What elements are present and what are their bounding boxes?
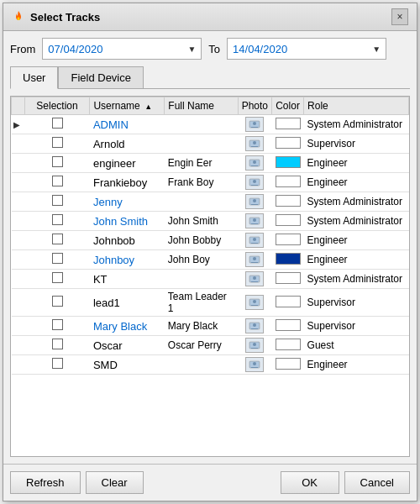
from-date-picker[interactable]: 07/04/2020 ▼ <box>42 38 202 60</box>
row-arrow-cell <box>12 134 25 154</box>
row-checkbox[interactable] <box>52 253 63 264</box>
role-cell: Engineer <box>304 154 409 173</box>
fullname-cell <box>165 134 238 154</box>
row-checkbox[interactable] <box>52 234 63 244</box>
to-date-picker[interactable]: 14/04/2020 ▼ <box>227 38 386 60</box>
svg-point-25 <box>253 276 256 280</box>
svg-rect-8 <box>251 165 258 166</box>
row-pointer-icon: ▶ <box>13 120 20 129</box>
svg-point-28 <box>253 300 256 303</box>
row-checkbox[interactable] <box>52 272 63 283</box>
table-row: John SmithJohn SmithSystem Administrator <box>12 212 409 231</box>
row-arrow-cell <box>12 355 25 375</box>
flame-icon <box>12 10 25 24</box>
color-cell <box>272 317 304 336</box>
fullname-cell: Oscar Perry <box>165 336 238 355</box>
role-cell: Engineer <box>304 355 409 375</box>
row-checkbox[interactable] <box>52 156 63 167</box>
role-cell: Engineer <box>304 173 409 192</box>
color-swatch[interactable] <box>276 253 301 265</box>
role-cell: Supervisor <box>304 317 409 336</box>
username-value: Oscar <box>93 339 123 352</box>
checkbox-cell <box>24 154 90 173</box>
photo-cell <box>238 289 271 317</box>
svg-rect-17 <box>251 223 258 224</box>
color-swatch[interactable] <box>276 176 301 187</box>
fullname-cell: Mary Black <box>165 317 238 336</box>
username-value: John Smith <box>93 215 148 228</box>
row-checkbox[interactable] <box>52 296 63 307</box>
svg-point-1 <box>253 122 256 125</box>
checkbox-cell <box>24 270 90 289</box>
photo-thumbnail <box>245 194 264 209</box>
photo-thumbnail <box>245 271 264 286</box>
svg-point-7 <box>253 160 256 164</box>
color-cell <box>272 289 304 317</box>
checkbox-cell <box>24 192 90 212</box>
username-value: Mary Black <box>93 320 147 333</box>
checkbox-cell <box>24 134 90 154</box>
svg-rect-26 <box>251 281 258 282</box>
color-swatch[interactable] <box>276 214 301 226</box>
close-button[interactable]: × <box>391 8 408 25</box>
checkbox-cell <box>24 231 90 250</box>
color-swatch[interactable] <box>276 339 301 350</box>
row-checkbox[interactable] <box>52 176 63 186</box>
svg-point-13 <box>253 199 256 202</box>
username-cell: Mary Black <box>90 317 165 336</box>
username-value: ADMIN <box>93 118 129 131</box>
svg-rect-38 <box>251 367 258 368</box>
svg-point-22 <box>253 257 256 260</box>
fullname-cell: John Bobby <box>165 231 238 250</box>
table-header-row: Selection Username ▲ Full Name Photo Col… <box>12 97 409 115</box>
checkbox-cell <box>24 317 90 336</box>
color-cell <box>272 212 304 231</box>
cancel-button[interactable]: Cancel <box>344 471 410 494</box>
ok-button[interactable]: OK <box>281 471 339 494</box>
col-fullname-header[interactable]: Full Name <box>165 97 238 115</box>
color-cell <box>272 270 304 289</box>
col-role-header[interactable]: Role <box>304 97 409 115</box>
color-swatch[interactable] <box>276 118 301 129</box>
photo-cell <box>238 134 271 154</box>
row-checkbox[interactable] <box>52 319 63 330</box>
photo-cell <box>238 317 271 336</box>
refresh-button[interactable]: Refresh <box>10 471 81 494</box>
table-row: KTSystem Administrator <box>12 270 409 289</box>
color-cell <box>272 115 304 134</box>
role-cell: System Administrator <box>304 192 409 212</box>
username-cell: engineer <box>90 154 165 173</box>
row-checkbox[interactable] <box>52 214 63 225</box>
svg-rect-35 <box>251 348 258 349</box>
color-swatch[interactable] <box>276 296 301 307</box>
row-checkbox[interactable] <box>52 137 63 148</box>
photo-cell <box>238 270 271 289</box>
col-username-header[interactable]: Username ▲ <box>90 97 165 115</box>
to-date-arrow: ▼ <box>372 45 381 54</box>
table-row: ▶ADMINSystem Administrator <box>12 115 409 134</box>
color-swatch[interactable] <box>276 358 301 370</box>
tab-field-device[interactable]: Field Device <box>58 66 144 89</box>
photo-thumbnail <box>245 155 264 171</box>
row-checkbox[interactable] <box>52 358 63 369</box>
svg-rect-2 <box>251 127 258 128</box>
svg-point-37 <box>253 362 256 365</box>
color-swatch[interactable] <box>276 195 301 207</box>
row-checkbox[interactable] <box>52 118 63 129</box>
clear-button[interactable]: Clear <box>86 471 144 494</box>
row-checkbox[interactable] <box>52 195 63 206</box>
color-swatch[interactable] <box>276 137 301 149</box>
photo-thumbnail <box>245 252 264 267</box>
color-swatch[interactable] <box>276 156 301 168</box>
color-swatch[interactable] <box>276 272 301 284</box>
fullname-cell <box>165 115 238 134</box>
color-swatch[interactable] <box>276 319 301 331</box>
svg-rect-32 <box>251 328 258 329</box>
svg-rect-11 <box>251 185 258 186</box>
from-label: From <box>10 43 35 55</box>
tab-user[interactable]: User <box>10 66 58 89</box>
col-color-header: Color <box>272 97 304 115</box>
color-swatch[interactable] <box>276 234 301 245</box>
row-arrow-cell <box>12 289 25 317</box>
row-checkbox[interactable] <box>52 339 63 349</box>
